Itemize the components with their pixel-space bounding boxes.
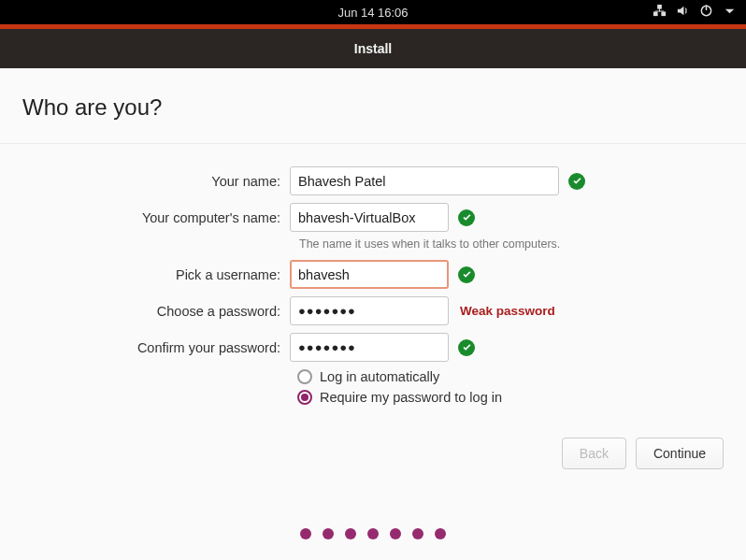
progress-dot	[345, 528, 356, 539]
name-input[interactable]	[290, 166, 559, 195]
svg-rect-0	[653, 11, 658, 16]
computer-name-input[interactable]	[290, 203, 449, 232]
login-require-password-option[interactable]: Require my password to log in	[297, 390, 720, 405]
computer-name-hint: The name it uses when it talks to other …	[19, 237, 720, 251]
page-header: Who are you?	[0, 68, 746, 143]
svg-rect-6	[706, 5, 708, 10]
window-title-bar: Install	[0, 29, 746, 68]
check-icon	[568, 173, 585, 190]
progress-dot	[435, 528, 446, 539]
username-input[interactable]	[290, 260, 449, 289]
name-label: Your name:	[19, 174, 290, 189]
volume-icon[interactable]	[676, 4, 690, 21]
back-button: Back	[562, 438, 626, 469]
user-form: Your name: Your computer's name: The nam…	[0, 144, 746, 405]
progress-dot	[412, 528, 423, 539]
clock: Jun 14 16:06	[337, 6, 408, 20]
check-icon	[458, 266, 475, 283]
check-icon	[458, 339, 475, 356]
check-icon	[458, 209, 475, 226]
login-auto-label: Log in automatically	[320, 369, 439, 384]
svg-rect-1	[661, 11, 666, 16]
svg-rect-4	[655, 11, 664, 12]
progress-dots	[0, 528, 746, 539]
nav-buttons: Back Continue	[562, 438, 724, 469]
chevron-down-icon[interactable]	[723, 4, 737, 21]
continue-button[interactable]: Continue	[636, 438, 724, 469]
username-label: Pick a username:	[19, 267, 290, 282]
password-strength: Weak password	[460, 304, 555, 318]
login-auto-option[interactable]: Log in automatically	[297, 369, 720, 384]
progress-dot	[390, 528, 401, 539]
computer-name-label: Your computer's name:	[19, 210, 290, 225]
system-top-bar: Jun 14 16:06	[0, 0, 746, 24]
confirm-password-input[interactable]	[290, 333, 449, 362]
power-icon[interactable]	[699, 4, 713, 21]
system-status-icons	[653, 4, 737, 21]
page-title: Who are you?	[22, 94, 724, 121]
progress-dot	[323, 528, 334, 539]
password-input[interactable]	[290, 296, 449, 325]
window-title: Install	[354, 41, 392, 56]
confirm-password-label: Confirm your password:	[19, 340, 290, 355]
login-options: Log in automatically Require my password…	[19, 369, 720, 405]
password-label: Choose a password:	[19, 304, 290, 319]
network-icon[interactable]	[653, 4, 667, 21]
radio-icon	[297, 390, 312, 405]
login-require-label: Require my password to log in	[320, 390, 502, 405]
radio-icon	[297, 369, 312, 384]
progress-dot	[367, 528, 379, 539]
progress-dot	[300, 528, 311, 539]
